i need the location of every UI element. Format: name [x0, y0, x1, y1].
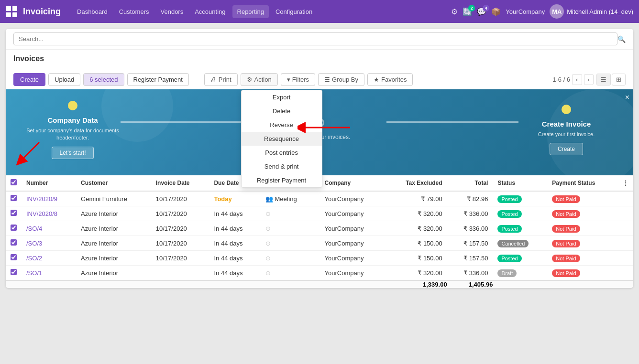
row-checkbox[interactable] [11, 269, 17, 275]
table-row: /SO/1 Azure Interior In 44 days ⊙ YourCo… [6, 266, 633, 281]
upload-button[interactable]: Upload [48, 73, 80, 86]
col-company[interactable]: Company [320, 175, 386, 191]
nav-reporting[interactable]: Reporting [232, 5, 269, 18]
nav-accounting[interactable]: Accounting [190, 5, 230, 18]
col-number[interactable]: Number [22, 175, 76, 191]
invoices-table-wrap: Number Customer Invoice Date Due Date Ne… [6, 175, 633, 288]
status-badge: Draft [497, 269, 517, 277]
action-export[interactable]: Export [242, 90, 322, 104]
row-number[interactable]: INV/2020/9 [22, 191, 76, 206]
search-input[interactable] [19, 35, 612, 43]
action-register-payment[interactable]: Register Payment [242, 173, 322, 187]
row-checkbox[interactable] [11, 225, 17, 231]
row-invoice-date: 10/17/2020 [151, 206, 209, 221]
group-by-button[interactable]: ☰ Group By [318, 73, 364, 86]
nav-dashboard[interactable]: Dashboard [72, 5, 112, 18]
banner-close-button[interactable]: × [625, 93, 629, 102]
user-avatar: MA [550, 4, 564, 19]
row-number[interactable]: /SO/4 [22, 221, 76, 236]
invoice-link[interactable]: /SO/2 [26, 255, 42, 262]
apps-menu-icon[interactable] [6, 6, 17, 17]
activity-icon[interactable]: ⚙ [451, 7, 458, 16]
invoice-link[interactable]: INV/2020/8 [26, 210, 57, 217]
action-send-print[interactable]: Send & print [242, 160, 322, 173]
apps-icon[interactable]: 📦 [491, 7, 501, 16]
create-button[interactable]: Create [13, 73, 45, 86]
due-date: In 44 days [214, 210, 242, 217]
col-total[interactable]: Total [447, 175, 493, 191]
action-delete[interactable]: Delete [242, 104, 322, 118]
col-customer[interactable]: Customer [76, 175, 151, 191]
row-total: ₹ 336.00 [447, 266, 493, 281]
page-header: Invoices [6, 50, 633, 70]
action-label: Action [254, 76, 272, 83]
select-all-checkbox[interactable] [11, 179, 17, 185]
row-checkbox-cell[interactable] [6, 191, 22, 206]
action-button[interactable]: ⚙ Action Export Delete Reverse Resequenc… [241, 73, 278, 86]
app-brand: Invoicing [23, 7, 61, 17]
row-invoice-date: 10/17/2020 [151, 191, 209, 206]
selected-button[interactable]: 6 selected [83, 73, 124, 86]
row-company: YourCompany [320, 236, 386, 251]
row-checkbox-cell[interactable] [6, 266, 22, 281]
register-payment-button[interactable]: Register Payment [127, 73, 189, 86]
action-post-entries[interactable]: Post entries [242, 146, 322, 160]
row-customer: Azure Interior [76, 236, 151, 251]
nav-vendors[interactable]: Vendors [155, 5, 188, 18]
row-checkbox-cell[interactable] [6, 251, 22, 266]
row-status: Posted [493, 206, 547, 221]
col-invoice-date[interactable]: Invoice Date [151, 175, 209, 191]
step-1-button[interactable]: Let's start! [52, 147, 94, 159]
row-number[interactable]: INV/2020/8 [22, 206, 76, 221]
col-payment-status[interactable]: Payment Status [547, 175, 618, 191]
row-due-date: Today [209, 191, 260, 206]
updates-icon[interactable]: 🔄 2 [463, 7, 472, 16]
no-activity-icon: ⊙ [265, 269, 271, 277]
col-tax-excluded[interactable]: Tax Excluded [385, 175, 447, 191]
row-checkbox-cell[interactable] [6, 221, 22, 236]
row-payment-status: Not Paid [547, 266, 618, 281]
favorites-button[interactable]: ★ Favorites [367, 73, 413, 86]
row-company: YourCompany [320, 191, 386, 206]
row-total: ₹ 157.50 [447, 251, 493, 266]
messages-icon[interactable]: 💬 4 [477, 7, 486, 16]
kanban-view-button[interactable]: ⊞ [612, 74, 626, 86]
col-status[interactable]: Status [493, 175, 547, 191]
list-view-button[interactable]: ☰ [596, 74, 611, 86]
row-number[interactable]: /SO/3 [22, 236, 76, 251]
invoice-link[interactable]: /SO/4 [26, 225, 42, 232]
row-invoice-date [151, 266, 209, 281]
step-1-circle [68, 101, 77, 110]
col-more[interactable]: ⋮ [618, 175, 633, 191]
invoice-link[interactable]: /SO/1 [26, 269, 42, 277]
row-checkbox-cell[interactable] [6, 206, 22, 221]
invoice-link[interactable]: INV/2020/9 [26, 195, 57, 203]
row-number[interactable]: /SO/1 [22, 266, 76, 281]
row-checkbox[interactable] [11, 254, 17, 260]
row-checkbox[interactable] [11, 195, 17, 201]
payment-status-badge: Not Paid [552, 255, 580, 262]
row-activity: ⊙ [261, 206, 320, 221]
row-checkbox[interactable] [11, 210, 17, 216]
row-number[interactable]: /SO/2 [22, 251, 76, 266]
filters-button[interactable]: ▾ Filters [281, 73, 315, 86]
row-invoice-date: 10/17/2020 [151, 236, 209, 251]
nav-customers[interactable]: Customers [114, 5, 154, 18]
step-3-button[interactable]: Create [550, 143, 583, 155]
row-status: Cancelled [493, 236, 547, 251]
payment-status-badge: Not Paid [552, 269, 580, 277]
print-button[interactable]: 🖨 Print [204, 73, 238, 86]
row-activity: ⊙ [261, 266, 320, 281]
row-checkbox[interactable] [11, 239, 17, 246]
invoice-link[interactable]: /SO/3 [26, 240, 42, 247]
row-company: YourCompany [320, 206, 386, 221]
nav-configuration[interactable]: Configuration [271, 5, 317, 18]
gear-icon: ⚙ [247, 76, 253, 83]
row-checkbox-cell[interactable] [6, 236, 22, 251]
user-menu[interactable]: MA Mitchell Admin (14_dev) [550, 4, 633, 19]
search-icon[interactable]: 🔍 [617, 35, 626, 43]
prev-page-button[interactable]: ‹ [572, 74, 582, 85]
next-page-button[interactable]: › [584, 74, 594, 85]
no-activity-icon: ⊙ [265, 240, 271, 247]
select-all-col[interactable] [6, 175, 22, 191]
